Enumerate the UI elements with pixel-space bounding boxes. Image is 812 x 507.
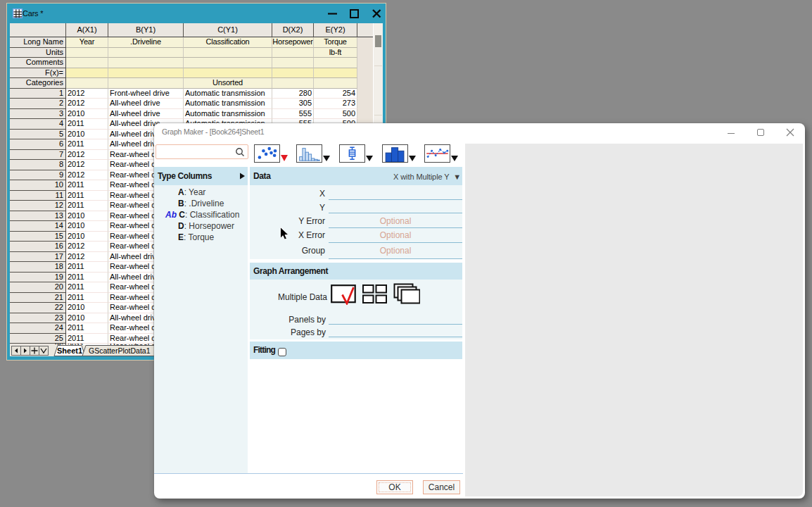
svg-text:GScatterPlotData1: GScatterPlotData1 — [89, 346, 151, 355]
svg-text:Sheet1: Sheet1 — [57, 346, 82, 355]
